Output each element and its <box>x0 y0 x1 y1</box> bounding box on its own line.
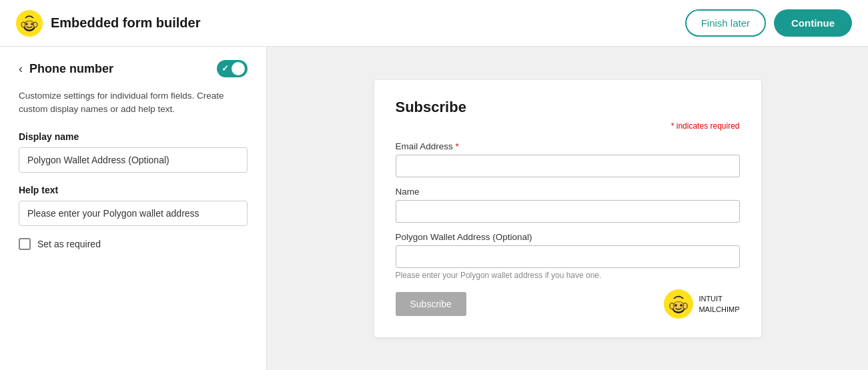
main-layout: ‹ Phone number ✓ Customize settings for … <box>0 47 868 370</box>
mailchimp-brand-text: INTUIT mailchimp <box>699 293 739 314</box>
app-header: Embedded form builder Finish later Conti… <box>0 0 868 47</box>
sidebar-header-left: ‹ Phone number <box>19 62 113 76</box>
mailchimp-text-main: mailchimp <box>699 305 739 313</box>
svg-point-5 <box>21 22 25 27</box>
svg-point-11 <box>681 304 683 306</box>
header-left: Embedded form builder <box>16 10 200 37</box>
phone-number-toggle[interactable]: ✓ <box>217 60 248 77</box>
form-card: Subscribe * indicates required Email Add… <box>374 80 761 337</box>
form-title: Subscribe <box>396 99 740 116</box>
required-row: Set as required <box>19 238 248 250</box>
toggle-check-icon: ✓ <box>222 63 229 73</box>
svg-point-12 <box>670 303 674 309</box>
app-title: Embedded form builder <box>51 15 200 31</box>
mailchimp-brand-icon <box>664 289 693 319</box>
svg-point-6 <box>33 22 37 27</box>
svg-point-9 <box>673 301 685 311</box>
mailchimp-brand: INTUIT mailchimp <box>664 289 739 319</box>
header-actions: Finish later Continue <box>685 9 852 37</box>
sidebar-panel: ‹ Phone number ✓ Customize settings for … <box>0 47 267 370</box>
display-name-input[interactable] <box>19 147 248 173</box>
svg-point-13 <box>683 303 687 309</box>
required-note: * indicates required <box>396 121 740 131</box>
continue-button[interactable]: Continue <box>774 9 852 37</box>
back-button[interactable]: ‹ <box>19 62 23 76</box>
required-star: * <box>456 141 459 151</box>
sidebar-description: Customize settings for individual form f… <box>19 89 248 117</box>
form-footer: Subscribe INTUIT <box>396 289 740 319</box>
finish-later-button[interactable]: Finish later <box>685 9 766 37</box>
svg-point-4 <box>31 23 33 25</box>
polygon-input[interactable] <box>396 245 740 268</box>
sidebar-header: ‹ Phone number ✓ <box>19 60 248 77</box>
name-field-label: Name <box>396 187 740 197</box>
name-input[interactable] <box>396 200 740 223</box>
required-label: Set as required <box>37 239 101 249</box>
display-name-label: Display name <box>19 131 248 142</box>
polygon-field-label: Polygon Wallet Address (Optional) <box>396 232 740 242</box>
mailchimp-logo-icon <box>16 10 43 37</box>
email-input[interactable] <box>396 155 740 177</box>
svg-point-2 <box>25 21 35 29</box>
subscribe-button[interactable]: Subscribe <box>396 292 466 316</box>
form-preview-area: Subscribe * indicates required Email Add… <box>267 47 868 370</box>
help-text-input[interactable] <box>19 201 248 226</box>
intuit-text: INTUIT <box>699 295 722 303</box>
required-checkbox[interactable] <box>19 238 31 250</box>
svg-point-10 <box>675 304 677 306</box>
toggle-thumb <box>232 62 245 75</box>
help-text-label: Help text <box>19 185 248 195</box>
svg-point-3 <box>26 23 28 25</box>
email-field-label: Email Address * <box>396 141 740 151</box>
sidebar-title: Phone number <box>29 62 113 76</box>
polygon-help-text: Please enter your Polygon wallet address… <box>396 271 740 280</box>
